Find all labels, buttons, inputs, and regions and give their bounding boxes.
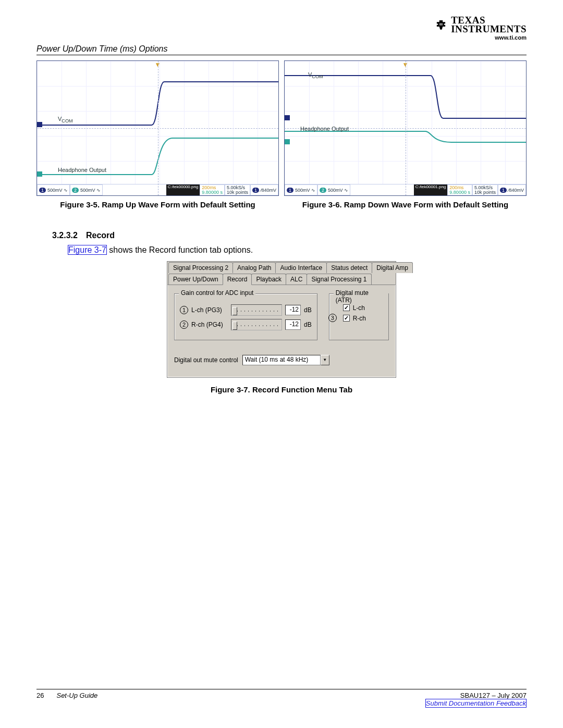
channel-2-marker — [37, 171, 42, 177]
scope-file-label: C:/tek00001.png — [414, 184, 448, 195]
digital-out-mute-label: Digital out mute control — [174, 356, 238, 364]
scope-readout-bar: 1500mV ∿ 2500mV ∿ C:/tek00000.png 200ms … — [37, 184, 278, 195]
tab-status-detect[interactable]: Status detect — [326, 262, 372, 273]
tab-playback[interactable]: Playback — [251, 274, 286, 285]
section-number: 3.2.3.2 — [52, 231, 78, 240]
lch-gain-value[interactable]: -12 — [285, 305, 301, 315]
mute-lch-label: L-ch — [353, 304, 365, 312]
rch-gain-slider[interactable] — [231, 319, 282, 330]
gain-control-fieldset: Gain control for ADC input 1 L-ch (PG3) … — [174, 293, 317, 340]
figure-3-7-caption: Figure 3-7. Record Function Menu Tab — [36, 385, 527, 394]
headphone-output-label: Headphone Output — [300, 126, 349, 132]
combo-value[interactable]: Wait (10 ms at 48 kHz) — [242, 355, 321, 365]
headphone-output-label: Headphone Output — [58, 167, 106, 173]
trigger-mark-icon: ▼ — [402, 61, 409, 68]
lch-gain-slider[interactable] — [231, 304, 282, 316]
scope-ramp-up: ▼ VCOM Headphone Output 1500mV ∿ 2500mV … — [36, 60, 279, 196]
tab-signal-processing-1[interactable]: Signal Processing 1 — [307, 274, 371, 285]
tab-analog-path[interactable]: Analog Path — [232, 262, 276, 273]
section-header: Power Up/Down Time (ms) Options — [36, 44, 527, 55]
tab-signal-processing-2[interactable]: Signal Processing 2 — [168, 262, 233, 273]
tab-record[interactable]: Record — [223, 274, 252, 285]
tab-alc[interactable]: ALC — [286, 274, 307, 285]
logo-url: www.ti.com — [434, 34, 527, 41]
chevron-down-icon[interactable]: ▼ — [321, 355, 329, 365]
body-paragraph: Figure 3-7 shows the Record function tab… — [68, 245, 527, 255]
tab-row-1: Signal Processing 2 Analog Path Audio In… — [167, 262, 396, 273]
tab-row-2: Power Up/Down Record Playback ALC Signal… — [167, 273, 396, 285]
tab-power-up-down[interactable]: Power Up/Down — [168, 274, 223, 285]
lch-mute-checkbox[interactable] — [343, 304, 350, 311]
ti-chip-icon — [434, 18, 448, 31]
rch-gain-value[interactable]: -12 — [285, 319, 301, 330]
channel-2-marker — [285, 139, 290, 144]
gain-legend: Gain control for ADC input — [179, 289, 255, 297]
tab-audio-interface[interactable]: Audio Interface — [275, 262, 327, 273]
footer-guide: Set-Up Guide — [56, 692, 97, 707]
scope-ramp-down: ▼ VCOM Headphone Output 1500mV ∿ 2500mV … — [284, 60, 527, 196]
callout-1: 1 — [180, 306, 188, 314]
callout-2: 2 — [180, 320, 188, 329]
trigger-mark-icon: ▼ — [155, 61, 161, 68]
page-number: 26 — [36, 692, 44, 707]
scope-row: ▼ VCOM Headphone Output 1500mV ∿ 2500mV … — [36, 60, 527, 196]
channel-1-marker — [37, 122, 42, 127]
db-unit: dB — [304, 306, 312, 314]
figure-3-5-caption: Figure 3-5. Ramp Up Wave Form with Defau… — [36, 200, 279, 210]
mute-legend: Digital mute (ATR) — [334, 289, 388, 304]
logo-text-bottom: INSTRUMENTS — [451, 24, 527, 33]
channel-1-marker — [285, 115, 290, 120]
db-unit: dB — [304, 321, 312, 328]
digital-mute-fieldset: Digital mute (ATR) 3 L-ch R-ch — [329, 293, 389, 340]
lch-label: L-ch (PG3) — [191, 306, 228, 314]
digital-out-mute-combo[interactable]: Wait (10 ms at 48 kHz) ▼ — [242, 355, 329, 365]
ti-logo-block: TEXAS INSTRUMENTS www.ti.com — [434, 16, 527, 41]
submit-feedback-link[interactable]: Submit Documentation Feedback — [425, 699, 527, 708]
rch-label: R-ch (PG4) — [191, 321, 228, 328]
section-title: Record — [86, 231, 115, 240]
mute-rch-label: R-ch — [353, 315, 366, 322]
rch-mute-checkbox[interactable] — [343, 315, 350, 322]
callout-3: 3 — [328, 314, 337, 322]
scope-readout-bar: 1500mV ∿ 2500mV ∿ C:/tek00001.png 200ms … — [285, 184, 526, 195]
page-footer: 26 Set-Up Guide SBAU127 – July 2007 Subm… — [36, 689, 527, 707]
footer-doc-id: SBAU127 – July 2007 — [425, 692, 527, 699]
figure-3-6-caption: Figure 3-6. Ramp Down Wave Form with Def… — [284, 200, 527, 210]
figure-3-7-link[interactable]: Figure 3-7 — [68, 245, 107, 255]
scope-file-label: C:/tek00000.png — [166, 184, 200, 195]
tab-digital-amp[interactable]: Digital Amp — [372, 262, 413, 273]
record-tab-gui: Signal Processing 2 Analog Path Audio In… — [167, 261, 396, 378]
